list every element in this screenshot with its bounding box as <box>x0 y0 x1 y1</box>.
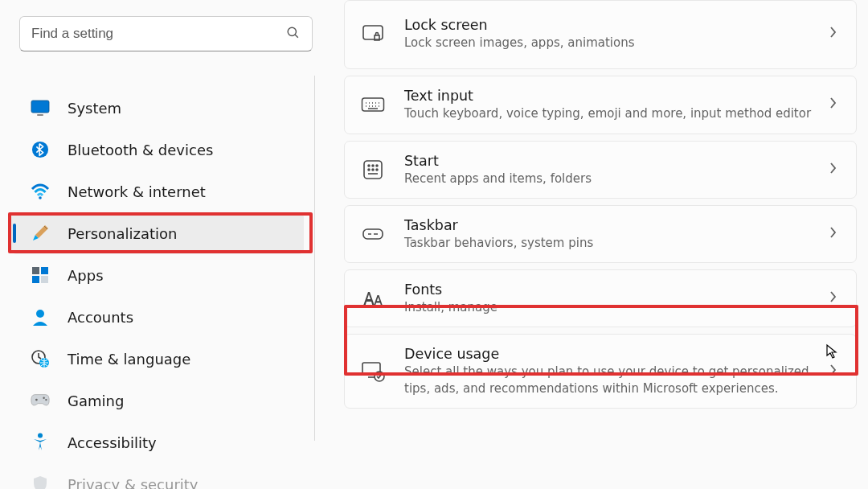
svg-rect-8 <box>32 276 39 283</box>
sidebar: System Bluetooth & devices Network & int… <box>0 0 326 489</box>
card-title: Taskbar <box>404 217 824 233</box>
sidebar-item-label: Gaming <box>68 392 124 409</box>
sidebar-item-label: Apps <box>68 267 104 284</box>
sidebar-item-label: Accessibility <box>68 434 157 451</box>
svg-rect-7 <box>41 267 48 274</box>
scroll-indicator <box>314 76 315 441</box>
chevron-right-icon <box>824 290 841 306</box>
card-fonts[interactable]: Fonts Install, manage <box>344 269 857 327</box>
main-content: Lock screen Lock screen images, apps, an… <box>326 0 868 489</box>
card-start[interactable]: Start Recent apps and items, folders <box>344 141 857 199</box>
chevron-right-icon <box>824 26 841 42</box>
taskbar-icon <box>361 222 385 246</box>
search-box[interactable] <box>19 16 313 51</box>
svg-rect-3 <box>37 114 43 116</box>
sidebar-item-apps[interactable]: Apps <box>11 254 304 296</box>
sidebar-item-bluetooth[interactable]: Bluetooth & devices <box>11 129 304 171</box>
search-icon <box>285 25 301 43</box>
sidebar-item-label: Personalization <box>68 225 177 242</box>
chevron-right-icon <box>824 226 841 242</box>
svg-point-20 <box>368 165 370 166</box>
svg-point-25 <box>376 169 378 171</box>
chevron-right-icon <box>824 97 841 113</box>
clock-globe-icon <box>31 349 50 368</box>
card-lockscreen[interactable]: Lock screen Lock screen images, apps, an… <box>344 0 857 69</box>
paintbrush-icon <box>31 224 50 243</box>
card-sub: Install, manage <box>404 299 824 315</box>
device-usage-icon <box>361 360 385 384</box>
card-text: Start Recent apps and items, folders <box>404 153 824 187</box>
card-text: Text input Touch keyboard, voice typing,… <box>404 88 824 121</box>
start-menu-icon <box>361 158 385 182</box>
card-sub: Lock screen images, apps, animations <box>404 35 824 51</box>
svg-point-5 <box>39 196 42 199</box>
svg-point-13 <box>35 399 38 401</box>
card-title: Device usage <box>404 346 824 362</box>
search-wrap <box>11 16 318 58</box>
shield-icon <box>31 475 50 489</box>
nav-list: System Bluetooth & devices Network & int… <box>11 87 318 489</box>
sidebar-item-accounts[interactable]: Accounts <box>11 296 304 338</box>
sidebar-item-label: Bluetooth & devices <box>68 142 213 158</box>
lockscreen-icon <box>361 22 385 46</box>
svg-point-24 <box>372 169 374 171</box>
search-input[interactable] <box>31 26 285 42</box>
card-text: Fonts Install, manage <box>404 281 824 315</box>
svg-rect-26 <box>363 229 383 239</box>
card-deviceusage[interactable]: Device usage Select all the ways you pla… <box>344 334 857 409</box>
sidebar-item-accessibility[interactable]: Accessibility <box>11 421 304 463</box>
sidebar-item-label: Privacy & security <box>68 476 199 490</box>
svg-point-22 <box>376 165 378 166</box>
card-sub: Taskbar behaviors, system pins <box>404 235 824 251</box>
card-text: Taskbar Taskbar behaviors, system pins <box>404 217 824 251</box>
apps-icon <box>31 265 50 285</box>
svg-point-14 <box>43 397 44 399</box>
card-taskbar[interactable]: Taskbar Taskbar behaviors, system pins <box>344 205 857 263</box>
svg-rect-9 <box>41 276 48 283</box>
sidebar-item-label: Accounts <box>68 309 133 326</box>
settings-app: System Bluetooth & devices Network & int… <box>0 0 868 489</box>
svg-point-23 <box>368 169 370 171</box>
wifi-icon <box>31 182 50 201</box>
sidebar-item-label: Network & internet <box>68 183 206 200</box>
sidebar-item-label: System <box>68 100 121 117</box>
sidebar-item-gaming[interactable]: Gaming <box>11 380 304 421</box>
card-textinput[interactable]: Text input Touch keyboard, voice typing,… <box>344 76 857 134</box>
monitor-icon <box>31 98 50 117</box>
sidebar-item-label: Time & language <box>68 351 190 368</box>
card-text: Lock screen Lock screen images, apps, an… <box>404 17 824 51</box>
svg-point-21 <box>372 165 374 166</box>
svg-point-0 <box>288 27 296 35</box>
person-icon <box>31 307 50 327</box>
card-text: Device usage Select all the ways you pla… <box>404 346 824 397</box>
card-sub: Select all the ways you plan to use your… <box>404 364 824 397</box>
card-sub: Recent apps and items, folders <box>404 171 824 187</box>
sidebar-item-system[interactable]: System <box>11 87 304 129</box>
svg-point-15 <box>45 399 47 401</box>
card-title: Lock screen <box>404 17 824 33</box>
bluetooth-icon <box>31 140 50 159</box>
card-list: Lock screen Lock screen images, apps, an… <box>326 0 857 409</box>
card-title: Fonts <box>404 281 824 298</box>
svg-point-16 <box>38 434 43 438</box>
svg-point-10 <box>36 310 44 318</box>
accessibility-icon <box>31 433 50 452</box>
sidebar-item-time-language[interactable]: Time & language <box>11 338 304 380</box>
chevron-right-icon <box>824 364 841 380</box>
fonts-icon <box>361 286 385 310</box>
sidebar-item-privacy[interactable]: Privacy & security <box>11 463 304 489</box>
gamepad-icon <box>31 391 50 410</box>
sidebar-item-personalization[interactable]: Personalization <box>11 212 304 254</box>
svg-rect-1 <box>31 101 49 113</box>
chevron-right-icon <box>824 162 841 178</box>
card-title: Text input <box>404 88 824 104</box>
sidebar-item-network[interactable]: Network & internet <box>11 171 304 212</box>
card-title: Start <box>404 153 824 169</box>
card-sub: Touch keyboard, voice typing, emoji and … <box>404 105 824 121</box>
svg-rect-6 <box>32 267 39 274</box>
keyboard-icon <box>361 92 385 117</box>
